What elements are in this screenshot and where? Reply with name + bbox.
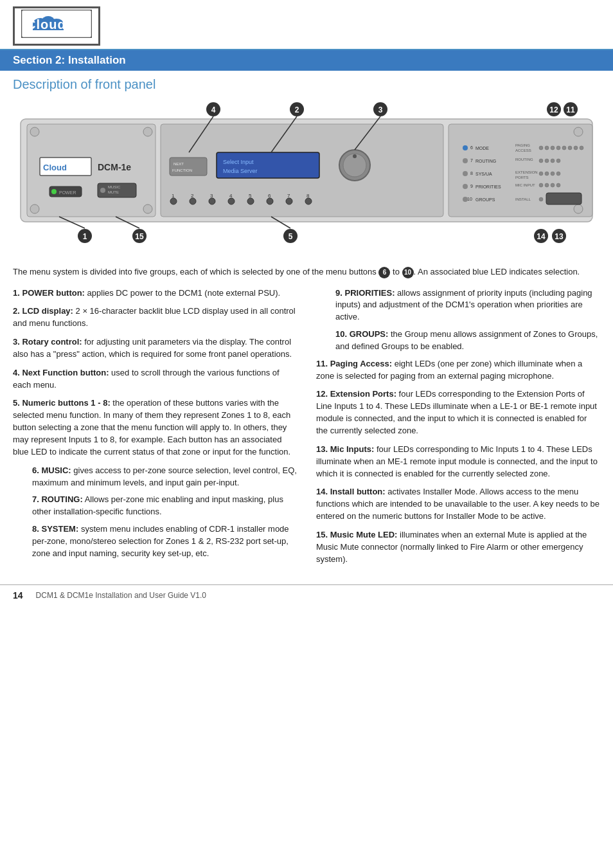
svg-text:7: 7 <box>470 158 473 163</box>
svg-point-52 <box>463 145 468 150</box>
svg-text:11: 11 <box>566 105 575 114</box>
svg-point-9 <box>30 204 39 213</box>
svg-point-74 <box>574 146 578 150</box>
list-item: 15. Music Mute LED: illuminates when an … <box>316 529 600 566</box>
svg-text:Cloud: Cloud <box>43 163 67 172</box>
svg-text:MODE: MODE <box>475 146 489 150</box>
svg-point-47 <box>305 198 312 204</box>
svg-text:DCM-1e: DCM-1e <box>98 162 131 172</box>
svg-text:14: 14 <box>537 232 546 241</box>
list-item: 1. POWER button: applies DC power to the… <box>13 287 297 300</box>
svg-point-50 <box>574 204 583 213</box>
page-footer: 14 DCM1 & DCM1e Installation and User Gu… <box>0 584 613 606</box>
right-column: 9. PRIORITIES: allows assignment of prio… <box>316 287 600 572</box>
svg-point-10 <box>143 127 152 136</box>
svg-point-69 <box>545 146 549 150</box>
svg-point-35 <box>190 198 196 204</box>
list-item: 4. Next Function button: used to scroll … <box>13 367 297 392</box>
svg-text:4: 4 <box>211 105 216 114</box>
svg-point-83 <box>539 172 543 176</box>
svg-point-73 <box>568 146 572 150</box>
svg-point-39 <box>228 198 235 204</box>
svg-point-55 <box>463 158 468 163</box>
svg-point-77 <box>539 159 543 163</box>
list-item: 14. Install button: activates Installer … <box>316 486 600 523</box>
svg-point-33 <box>170 198 177 204</box>
svg-point-93 <box>539 197 543 201</box>
page-subtitle: Description of front panel <box>0 73 613 100</box>
svg-text:NEXT: NEXT <box>173 162 184 166</box>
svg-text:FUNCTION: FUNCTION <box>172 168 192 172</box>
list-item: 7. ROUTING: Allows per-zone mic enabling… <box>32 494 297 518</box>
svg-text:15: 15 <box>135 232 144 241</box>
svg-rect-23 <box>170 158 207 176</box>
svg-point-16 <box>51 189 57 194</box>
svg-text:9: 9 <box>470 184 473 188</box>
svg-text:GROUPS: GROUPS <box>475 197 495 202</box>
cloud-logo: Cloud <box>13 6 100 46</box>
svg-text:Media Server: Media Server <box>223 168 258 174</box>
svg-point-89 <box>545 183 549 187</box>
list-item: 11. Paging Access: eight LEDs (one per z… <box>316 358 600 383</box>
svg-point-80 <box>556 159 560 163</box>
svg-point-68 <box>539 146 543 150</box>
svg-text:MUSIC: MUSIC <box>108 185 121 189</box>
svg-point-49 <box>574 127 583 136</box>
svg-text:POWER: POWER <box>59 190 76 195</box>
list-item: 13. Mic Inputs: four LEDs corresponding … <box>316 444 600 480</box>
left-column: 1. POWER button: applies DC power to the… <box>13 287 297 572</box>
device-diagram: Cloud DCM-1e POWER MUSIC MUTE NEXT FUNCT… <box>13 100 600 248</box>
page-header: Cloud <box>0 0 613 50</box>
svg-text:Select Input: Select Input <box>223 159 254 165</box>
svg-text:1: 1 <box>83 232 87 241</box>
svg-text:PORTS: PORTS <box>515 176 529 179</box>
list-item: 5. Numeric buttons 1 - 8: the operation … <box>13 397 297 458</box>
svg-text:MUTE: MUTE <box>108 190 119 194</box>
svg-point-64 <box>463 197 468 202</box>
svg-point-84 <box>545 172 549 176</box>
svg-point-37 <box>209 198 215 204</box>
svg-text:3: 3 <box>378 105 383 114</box>
list-item: 6. MUSIC: gives access to per-zone sourc… <box>32 465 297 489</box>
svg-text:MIC INPUT: MIC INPUT <box>515 183 535 187</box>
footer-text: DCM1 & DCM1e Installation and User Guide… <box>36 591 206 600</box>
svg-text:PRIORITIES: PRIORITIES <box>475 185 501 189</box>
svg-point-85 <box>551 172 555 176</box>
page-number: 14 <box>13 590 23 601</box>
svg-point-8 <box>30 127 39 136</box>
svg-point-19 <box>100 188 105 193</box>
svg-text:SYS/UA: SYS/UA <box>475 172 492 176</box>
svg-point-86 <box>556 172 560 176</box>
svg-text:ACCESS: ACCESS <box>515 149 531 152</box>
svg-text:PAGING: PAGING <box>515 143 530 147</box>
list-item: 2. LCD display: 2 × 16-character backlit… <box>13 305 297 330</box>
svg-point-31 <box>353 154 357 158</box>
svg-point-41 <box>247 198 254 204</box>
svg-point-78 <box>545 159 549 163</box>
list-item: 12. Extension Ports: four LEDs correspon… <box>316 388 600 437</box>
svg-point-90 <box>551 183 555 187</box>
content-area: 1. POWER button: applies DC power to the… <box>0 287 613 572</box>
section-title: Section 2: Installation <box>0 50 613 71</box>
svg-point-75 <box>580 146 583 150</box>
diagram-area: Cloud DCM-1e POWER MUSIC MUTE NEXT FUNCT… <box>13 100 600 248</box>
svg-text:13: 13 <box>555 232 564 241</box>
svg-point-70 <box>551 146 555 150</box>
svg-point-72 <box>562 146 566 150</box>
svg-text:10: 10 <box>467 197 472 201</box>
svg-text:6: 6 <box>470 145 473 150</box>
svg-point-91 <box>556 183 560 187</box>
svg-point-88 <box>539 183 543 187</box>
svg-rect-94 <box>546 193 582 204</box>
svg-text:ROUTING: ROUTING <box>475 159 496 163</box>
svg-text:12: 12 <box>549 105 558 114</box>
list-item: 8. SYSTEM: system menu includes enabling… <box>32 523 297 560</box>
svg-text:2: 2 <box>295 105 299 114</box>
svg-point-58 <box>463 171 468 176</box>
svg-text:EXTENSION: EXTENSION <box>515 170 538 174</box>
list-item: 3. Rotary control: for adjusting unit pa… <box>13 336 297 361</box>
svg-point-61 <box>463 184 468 189</box>
svg-text:Cloud: Cloud <box>26 17 66 32</box>
svg-point-71 <box>556 146 560 150</box>
svg-text:5: 5 <box>289 232 293 241</box>
